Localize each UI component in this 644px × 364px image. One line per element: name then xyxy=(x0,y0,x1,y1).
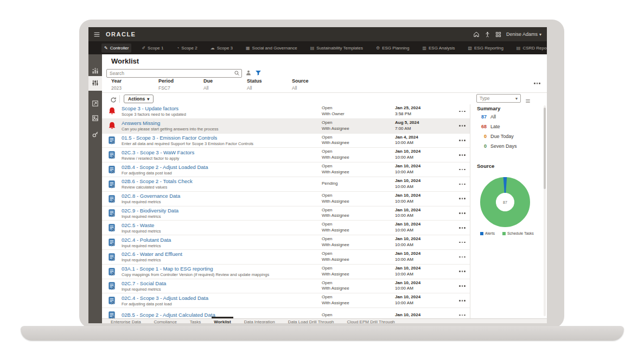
tab-esg-analysis[interactable]: ▥ESG Analysis xyxy=(419,43,457,53)
bottom-tab-cloud-epm-drill-through[interactable]: Cloud EPM Drill Through xyxy=(347,319,394,323)
app-grid-icon[interactable] xyxy=(495,32,501,37)
task-subtitle: Input required metrics xyxy=(122,214,318,219)
task-title-link[interactable]: 02B.6 - Scope 2 - Totals Check xyxy=(122,178,318,184)
table-row[interactable]: 02C.9 - Biodiversity DataInput required … xyxy=(102,206,470,221)
table-row[interactable]: 02C.6 - Water and EffluentInput required… xyxy=(102,250,470,265)
bottom-tab-data-integration[interactable]: Data Integration xyxy=(244,319,275,323)
summary-item-seven-days[interactable]: 0Seven Days xyxy=(470,141,547,151)
summary-item-all[interactable]: 87All xyxy=(470,112,547,122)
task-text: 02C.7 - Social DataInput required metric… xyxy=(122,280,322,292)
row-overflow-icon[interactable] xyxy=(459,169,466,171)
table-row[interactable]: 02C.4 - Scope 3 - Adjust Loaded DataFor … xyxy=(102,293,470,308)
home-icon[interactable] xyxy=(473,31,480,37)
bottom-tab-tasks[interactable]: Tasks xyxy=(190,319,201,323)
filter-value[interactable]: All xyxy=(203,85,247,91)
table-row[interactable]: 02C.8 - Governance DataInput required me… xyxy=(102,192,470,206)
task-title-link[interactable]: 01.5 - Scope 3 - Emission Factor Control… xyxy=(122,135,318,141)
row-overflow-icon[interactable] xyxy=(459,140,466,141)
row-overflow-icon[interactable] xyxy=(459,271,466,272)
task-title-link[interactable]: Answers Missing xyxy=(122,120,318,126)
row-overflow-icon[interactable] xyxy=(459,212,466,214)
table-row[interactable]: 02C.5 - WasteInput required metricsOpenW… xyxy=(102,221,470,235)
table-row[interactable]: 01.5 - Scope 3 - Emission Factor Control… xyxy=(102,134,470,148)
row-overflow-icon[interactable] xyxy=(459,242,466,243)
status-value: Open xyxy=(322,120,395,126)
task-title-link[interactable]: 02C.4 - Polutant Data xyxy=(122,237,318,243)
user-filter-icon[interactable] xyxy=(245,68,252,78)
task-title-link[interactable]: 02C.4 - Scope 3 - Adjust Loaded Data xyxy=(122,295,318,301)
rail-item-snapshot[interactable] xyxy=(88,111,102,126)
row-overflow-icon[interactable] xyxy=(459,315,466,316)
tab-csrd-reports[interactable]: ▤CSRD Reports xyxy=(514,43,547,53)
type-select[interactable]: Type xyxy=(476,94,521,103)
svg-text:87: 87 xyxy=(503,200,507,204)
task-status: OpenWith Assignee xyxy=(322,164,395,175)
table-row[interactable]: 03A.1 - Scope 1 - Map to ESG reportingCo… xyxy=(102,265,470,279)
hamburger-menu-icon[interactable] xyxy=(93,31,100,38)
task-title-link[interactable]: 03A.1 - Scope 1 - Map to ESG reporting xyxy=(122,266,318,272)
tab-esg-planning[interactable]: ⚙ESG Planning xyxy=(373,43,412,53)
table-row[interactable]: Scope 3 - Update factorsScope 3 factors … xyxy=(102,104,470,119)
summary-item-late[interactable]: 68Late xyxy=(470,122,547,131)
tab-sustainability-templates[interactable]: ▤Sustainability Templates xyxy=(308,43,366,53)
tab-scope-1[interactable]: ✐Scope 1 xyxy=(139,43,166,53)
row-overflow-icon[interactable] xyxy=(459,154,466,156)
task-icon xyxy=(102,180,122,189)
task-title-link[interactable]: 02C.7 - Social Data xyxy=(122,280,318,286)
row-overflow-icon[interactable] xyxy=(459,111,466,112)
tab-scope-3[interactable]: ☁Scope 3 xyxy=(208,43,235,53)
row-overflow-icon[interactable] xyxy=(459,300,466,302)
actions-button[interactable]: Actions xyxy=(124,95,154,103)
search-input[interactable] xyxy=(106,69,242,78)
due-time: 10:00 AM xyxy=(395,140,455,146)
rail-item-drill[interactable] xyxy=(88,97,102,111)
tab-esg-reporting[interactable]: ▧ESG Reporting xyxy=(465,43,506,53)
table-row[interactable]: 02B.5 - Scope 2 - Adjust Calculated Data… xyxy=(102,308,470,318)
task-icon xyxy=(102,311,122,318)
task-subtitle: Review calculated values xyxy=(122,185,318,190)
task-title-link[interactable]: 02B.4 - Scope 2 - Adjust Loaded Data xyxy=(122,164,318,170)
table-row[interactable]: 02B.4 - Scope 2 - Adjust Loaded DataFor … xyxy=(102,162,470,177)
page: ORACLE Denise Adams ✎Controller✐Scope 1◔… xyxy=(0,0,644,364)
filter-value[interactable]: FSC7 xyxy=(158,85,203,91)
status-value: Open xyxy=(322,294,395,300)
filter-value[interactable]: All xyxy=(247,85,292,91)
accessibility-icon[interactable] xyxy=(484,32,490,37)
task-title-link[interactable]: 02C.5 - Waste xyxy=(122,222,318,228)
table-row[interactable]: Answers MissingCan you please start gett… xyxy=(102,119,470,134)
table-row[interactable]: 02C.4 - Polutant DataInput required metr… xyxy=(102,235,470,250)
bottom-tab-enterprise-data[interactable]: Enterprise Data xyxy=(111,319,141,323)
summary-item-due-today[interactable]: 0Due Today xyxy=(470,131,547,141)
rail-item-key[interactable] xyxy=(88,128,102,142)
task-title-link[interactable]: 02C.3 - Scope 3 - WaW Factors xyxy=(122,149,318,155)
table-row[interactable]: 02C.3 - Scope 3 - WaW FactorsReview / re… xyxy=(102,148,470,162)
table-row[interactable]: 02C.7 - Social DataInput required metric… xyxy=(102,279,470,294)
row-actions xyxy=(455,212,470,214)
bottom-tab-data-load-drill-through[interactable]: Data Load Drill Through xyxy=(288,319,334,323)
row-overflow-icon[interactable] xyxy=(459,285,466,287)
rail-item-worklist[interactable] xyxy=(88,76,102,91)
tab-controller[interactable]: ✎Controller xyxy=(101,43,131,53)
analytics-icon xyxy=(92,67,99,77)
row-overflow-icon[interactable] xyxy=(459,256,466,258)
user-menu[interactable]: Denise Adams xyxy=(506,32,541,37)
row-overflow-icon[interactable] xyxy=(459,125,466,127)
row-overflow-icon[interactable] xyxy=(459,184,466,185)
table-row[interactable]: 02B.6 - Scope 2 - Totals CheckReview cal… xyxy=(102,177,470,192)
filter-overflow-icon[interactable] xyxy=(534,83,540,84)
filter-funnel-icon[interactable] xyxy=(255,68,262,78)
tab-social-and-governance[interactable]: ▦Social and Governance xyxy=(243,43,300,53)
filter-value[interactable]: 2023 xyxy=(111,85,158,91)
filter-value[interactable]: All xyxy=(292,85,400,91)
tab-scope-2[interactable]: ◔Scope 2 xyxy=(174,43,200,53)
task-title-link[interactable]: 02C.9 - Biodiversity Data xyxy=(122,208,318,214)
row-overflow-icon[interactable] xyxy=(459,227,466,229)
task-title-link[interactable]: 02C.8 - Governance Data xyxy=(122,193,318,199)
task-title-link[interactable]: Scope 3 - Update factors xyxy=(122,105,318,111)
bottom-tab-compliance[interactable]: Compliance xyxy=(154,319,177,323)
row-overflow-icon[interactable] xyxy=(459,198,466,199)
panel-scrollbar[interactable] xyxy=(544,105,546,316)
bottom-tab-worklist[interactable]: Worklist xyxy=(214,319,231,323)
task-title-link[interactable]: 02C.6 - Water and Effluent xyxy=(122,251,318,257)
source-donut-chart[interactable]: 87 xyxy=(478,173,532,229)
